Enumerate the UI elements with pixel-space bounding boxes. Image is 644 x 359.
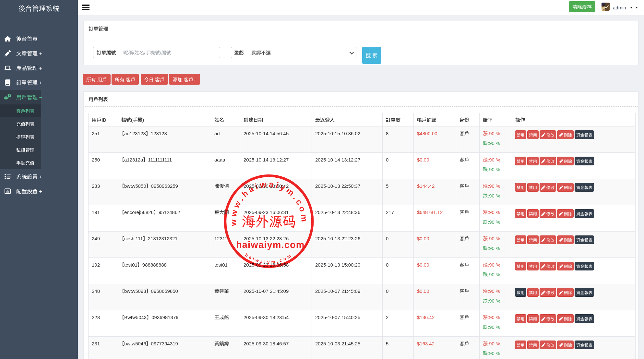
svg-text:海外源码: 海外源码 — [242, 212, 296, 230]
svg-text:haiwaiym.com: haiwaiym.com — [236, 239, 305, 250]
